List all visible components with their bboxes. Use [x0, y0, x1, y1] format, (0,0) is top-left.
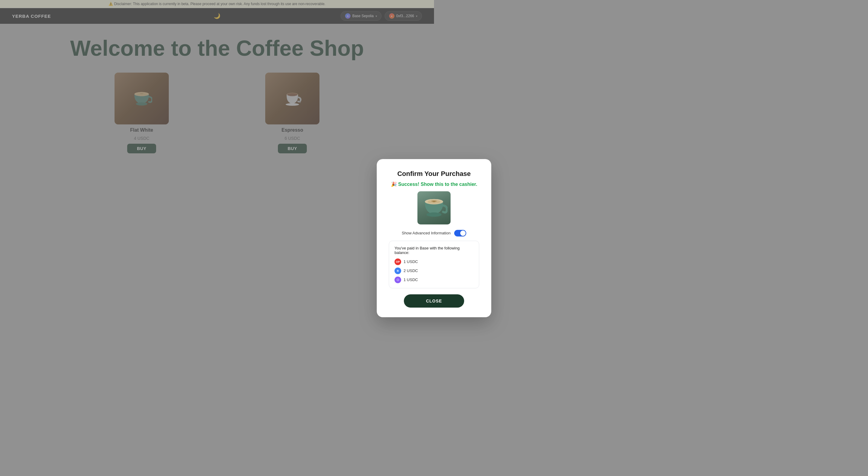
modal-coffee-image [417, 191, 434, 224]
success-text-content: Success! Show this to the cashier. [398, 182, 434, 187]
advanced-label: Show Advanced Information [402, 231, 434, 235]
modal-cup-svg [421, 196, 434, 220]
modal-coffee-image-inner [417, 191, 434, 224]
modal-title: Confirm Your Purchase [397, 170, 434, 178]
advanced-toggle-row: Show Advanced Information [389, 230, 434, 236]
purchase-modal: Confirm Your Purchase 🎉 Success! Show th… [377, 159, 434, 238]
modal-success-message: 🎉 Success! Show this to the cashier. [391, 181, 434, 187]
modal-overlay: Confirm Your Purchase 🎉 Success! Show th… [0, 0, 434, 238]
svg-point-9 [427, 212, 434, 217]
success-icon: 🎉 [391, 182, 397, 187]
